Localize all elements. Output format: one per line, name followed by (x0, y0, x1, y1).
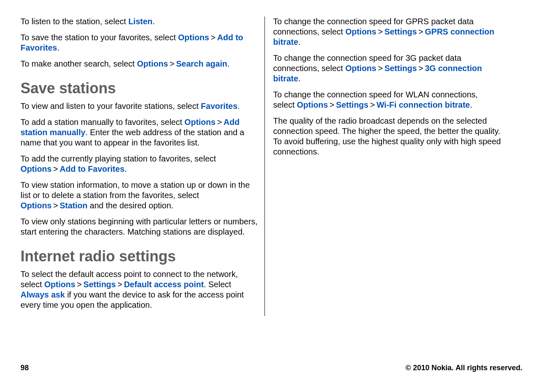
keyword-options: Options (345, 27, 377, 36)
text: . (298, 74, 301, 83)
paragraph: To save the station to your favorites, s… (21, 32, 259, 53)
paragraph: To change the connection speed for 3G pa… (273, 53, 501, 84)
text: . (298, 37, 301, 46)
keyword-settings: Settings (384, 64, 417, 73)
text: and the desired option. (87, 201, 173, 210)
text: . (57, 43, 60, 52)
keyword-options: Options (178, 33, 209, 42)
keyword-options: Options (21, 201, 52, 210)
text: . (227, 59, 230, 68)
keyword-options: Options (345, 64, 377, 73)
paragraph: To view and listen to your favorite stat… (21, 101, 259, 111)
text: To save the station to your favorites, s… (21, 33, 178, 42)
keyword-settings: Settings (336, 100, 368, 109)
breadcrumb-separator: > (328, 100, 336, 109)
copyright-text: © 2010 Nokia. All rights reserved. (405, 364, 522, 372)
keyword-settings: Settings (83, 280, 116, 289)
paragraph: To add the currently playing station to … (21, 154, 259, 174)
content-columns: To listen to the station, select Listen.… (21, 16, 522, 316)
keyword-options: Options (297, 100, 328, 109)
breadcrumb-separator: > (417, 27, 425, 36)
text: . (470, 100, 472, 109)
breadcrumb-separator: > (52, 201, 60, 210)
keyword-favorites: Favorites (201, 101, 237, 111)
text: . Select (204, 280, 231, 289)
page-footer: 98 © 2010 Nokia. All rights reserved. (21, 364, 522, 372)
paragraph: To listen to the station, select Listen. (21, 16, 259, 27)
right-column: To change the connection speed for GPRS … (265, 16, 509, 316)
keyword-options: Options (184, 118, 216, 127)
keyword-options: Options (44, 280, 76, 289)
left-column: To listen to the station, select Listen.… (21, 16, 265, 316)
keyword-always-ask: Always ask (21, 290, 65, 299)
paragraph: To view only stations beginning with par… (21, 217, 259, 237)
keyword-settings: Settings (384, 27, 417, 36)
paragraph: To select the default access point to co… (21, 269, 259, 310)
text: . (152, 17, 155, 26)
keyword-search-again: Search again (176, 59, 228, 68)
breadcrumb-separator: > (376, 64, 384, 73)
breadcrumb-separator: > (209, 33, 217, 42)
breadcrumb-separator: > (168, 59, 176, 68)
keyword-options: Options (137, 59, 168, 68)
heading-save-stations: Save stations (21, 80, 259, 97)
text: . (124, 164, 127, 173)
keyword-station: Station (60, 201, 87, 210)
breadcrumb-separator: > (52, 164, 60, 173)
breadcrumb-separator: > (75, 280, 83, 289)
keyword-default-access-point: Default access point (124, 280, 204, 289)
text: . (237, 101, 240, 111)
paragraph: To change the connection speed for GPRS … (273, 16, 501, 47)
breadcrumb-separator: > (216, 118, 224, 127)
heading-internet-radio-settings: Internet radio settings (21, 248, 259, 265)
paragraph: To change the connection speed for WLAN … (273, 90, 501, 110)
breadcrumb-separator: > (116, 280, 124, 289)
text: To view station information, to move a s… (21, 180, 250, 200)
breadcrumb-separator: > (417, 64, 425, 73)
text: To add the currently playing station to … (21, 154, 216, 163)
paragraph: To make another search, select Options>S… (21, 59, 259, 69)
breadcrumb-separator: > (368, 100, 377, 109)
keyword-add-to-favorites: Add to Favorites (60, 164, 124, 173)
paragraph: To view station information, to move a s… (21, 180, 259, 211)
paragraph: The quality of the radio broadcast depen… (273, 116, 501, 157)
text: To make another search, select (21, 59, 137, 68)
keyword-options: Options (21, 164, 52, 173)
paragraph: To add a station manually to favorites, … (21, 117, 259, 148)
breadcrumb-separator: > (376, 27, 384, 36)
page-number: 98 (21, 364, 29, 372)
text: To add a station manually to favorites, … (21, 118, 184, 127)
keyword-wifi-connection-bitrate: Wi-Fi connection bitrate (377, 100, 470, 109)
text: To listen to the station, select (21, 17, 128, 26)
keyword-listen: Listen (128, 17, 152, 26)
text: To view and listen to your favorite stat… (21, 101, 201, 111)
